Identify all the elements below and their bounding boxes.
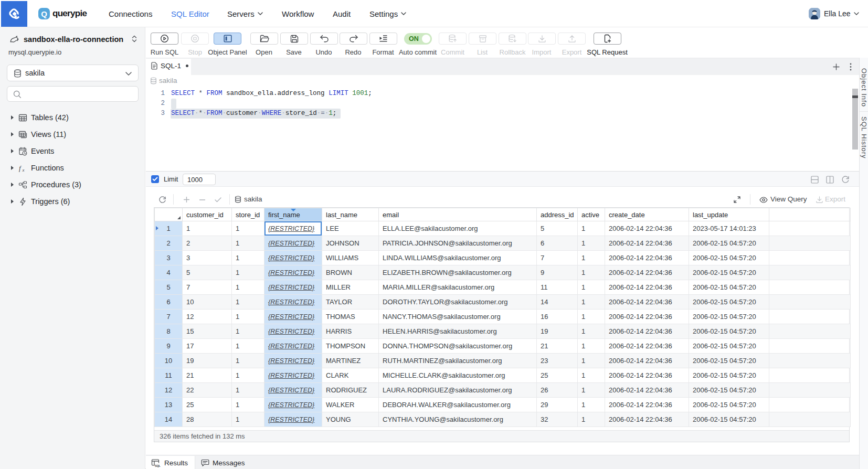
svg-text:x: x bbox=[22, 167, 25, 172]
svg-text:f: f bbox=[19, 164, 22, 172]
svg-text:SQL: SQL bbox=[155, 464, 161, 467]
